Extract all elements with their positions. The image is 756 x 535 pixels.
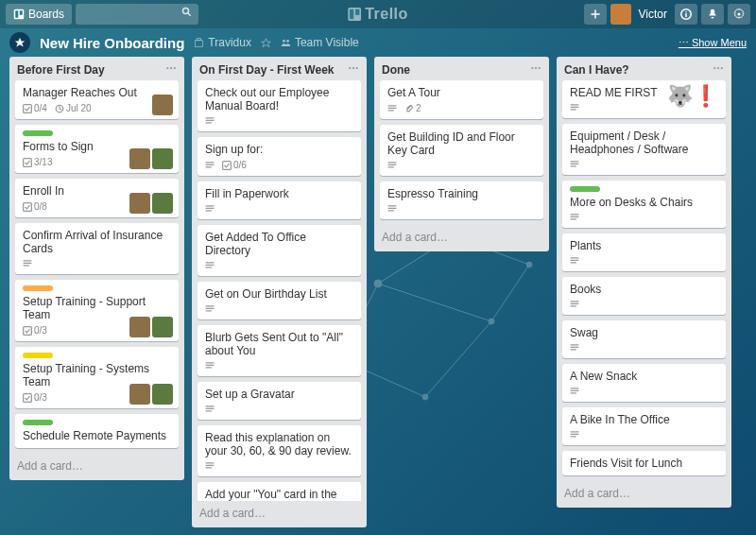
list-menu-icon[interactable] (165, 62, 177, 77)
card[interactable]: A Bike In The Office (562, 407, 726, 445)
card[interactable]: Get A Tour2 (380, 80, 543, 119)
trello-logo[interactable]: Trello (348, 6, 408, 23)
svg-point-42 (356, 67, 358, 69)
card[interactable]: Equipment / Desk / Headphones / Software (562, 124, 726, 175)
team-icon (281, 38, 291, 48)
member-avatar[interactable] (152, 384, 173, 405)
card-title: Espresso Training (387, 187, 536, 200)
member-avatar[interactable] (129, 384, 150, 405)
card[interactable]: Books (562, 277, 726, 315)
card-title: Confirm Arrival of Insurance Cards (23, 229, 171, 255)
card[interactable]: Fill in Paperwork (198, 181, 361, 219)
gear-icon (733, 9, 745, 20)
notifications-button[interactable] (701, 4, 724, 25)
card[interactable]: Friends Visit for Lunch (562, 451, 726, 475)
list-header[interactable]: Before First Day (9, 57, 184, 80)
board-title[interactable]: New Hire Onboarding (40, 35, 184, 51)
star-button[interactable] (261, 38, 271, 48)
description-badge (205, 405, 215, 414)
card[interactable]: More on Desks & Chairs (562, 181, 726, 228)
card[interactable]: Manager Reaches Out0/4Jul 20 (15, 80, 179, 119)
member-avatar[interactable] (129, 317, 150, 337)
member-avatar[interactable] (152, 193, 173, 214)
svg-rect-37 (24, 202, 32, 211)
card[interactable]: Setup Training - Systems Team0/3 (15, 347, 179, 408)
card[interactable]: Plants (562, 233, 726, 271)
card[interactable]: Sign up for:0/6 (198, 137, 361, 176)
org-icon (194, 38, 204, 48)
card[interactable]: Set up a Gravatar (198, 382, 361, 420)
card-title: Friends Visit for Lunch (570, 457, 718, 470)
svg-point-33 (174, 67, 176, 69)
card[interactable]: Read this explanation on your 30, 60, & … (198, 425, 361, 476)
add-card-button[interactable]: Add a card… (374, 225, 549, 251)
svg-point-24 (738, 13, 741, 16)
card[interactable]: Blurb Gets Sent Out to "All" about You (198, 325, 361, 376)
add-card-button[interactable]: Add a card… (557, 481, 731, 508)
list-menu-icon[interactable] (348, 62, 359, 77)
user-avatar[interactable] (610, 4, 631, 25)
card[interactable]: Confirm Arrival of Insurance Cards (15, 223, 179, 274)
member-avatar[interactable] (152, 95, 173, 115)
list-header[interactable]: Can I Have? (557, 57, 731, 80)
card-title: Books (570, 283, 718, 296)
card[interactable]: Get Building ID and Floor Key Card (380, 125, 543, 176)
user-name: Victor (639, 8, 667, 21)
member-avatar[interactable] (129, 193, 150, 214)
card[interactable]: Get Added To Office Directory (198, 225, 361, 276)
card-title: Get on Our Birthday List (205, 287, 353, 301)
add-card-button[interactable]: Add a card… (192, 501, 367, 527)
board-header: New Hire Onboarding Travidux Team Visibl… (0, 28, 756, 57)
svg-point-46 (539, 67, 541, 69)
description-badge (570, 103, 579, 112)
svg-point-45 (535, 67, 537, 69)
visibility-button[interactable]: Team Visible (281, 36, 359, 49)
card[interactable]: Forms to Sign3/13 (15, 125, 179, 173)
card[interactable]: Espresso Training (380, 181, 543, 219)
svg-rect-19 (350, 9, 353, 20)
card[interactable]: Add your "You" card in the "Who's Who" l… (198, 482, 361, 501)
board-icon[interactable] (9, 32, 30, 53)
star-badge-icon (14, 37, 26, 48)
board-canvas[interactable]: Before First DayManager Reaches Out0/4Ju… (0, 57, 756, 535)
card-title: Check out our Employee Manual Board! (205, 86, 353, 112)
card[interactable]: 🐺❗READ ME FIRST (562, 80, 726, 118)
svg-marker-25 (15, 38, 26, 47)
list-menu-icon[interactable] (530, 62, 541, 77)
member-avatar[interactable] (152, 148, 173, 169)
search-box[interactable] (76, 4, 198, 25)
list-header[interactable]: On First Day - First Week (192, 57, 367, 80)
settings-button[interactable] (728, 4, 750, 25)
card[interactable]: Enroll In0/8 (15, 179, 179, 217)
description-badge (570, 300, 579, 309)
card[interactable]: A New Snack (562, 364, 726, 402)
card[interactable]: Get on Our Birthday List (198, 282, 361, 319)
card[interactable]: Schedule Remote Payments (15, 414, 179, 448)
org-link[interactable]: Travidux (194, 36, 251, 49)
list-header[interactable]: Done (374, 57, 549, 80)
card-title: Get Building ID and Floor Key Card (387, 130, 536, 157)
list-menu-icon[interactable] (713, 62, 724, 77)
card[interactable]: Swag (562, 320, 726, 358)
create-button[interactable] (584, 4, 607, 25)
info-button[interactable] (675, 4, 697, 25)
member-avatar[interactable] (129, 148, 150, 169)
svg-point-40 (349, 67, 351, 69)
svg-rect-23 (685, 13, 687, 17)
description-badge (387, 161, 397, 170)
show-menu-link[interactable]: ⋯ Show Menu (679, 37, 747, 49)
search-input[interactable] (83, 8, 191, 21)
checklist-badge: 0/3 (23, 325, 47, 336)
card[interactable]: Check out our Employee Manual Board! (198, 80, 361, 131)
plus-icon (590, 9, 601, 20)
boards-button[interactable]: Boards (6, 4, 72, 25)
add-card-button[interactable]: Add a card… (9, 454, 184, 480)
member-avatar[interactable] (152, 317, 173, 337)
description-badge (205, 361, 215, 371)
attachment-badge: 2 (404, 103, 421, 113)
card-title: Get A Tour (387, 86, 536, 99)
card[interactable]: Setup Training - Support Team0/3 (15, 280, 179, 341)
svg-point-32 (170, 67, 172, 69)
card-list: Get A Tour2Get Building ID and Floor Key… (374, 80, 549, 225)
checklist-badge: 0/6 (222, 160, 247, 170)
